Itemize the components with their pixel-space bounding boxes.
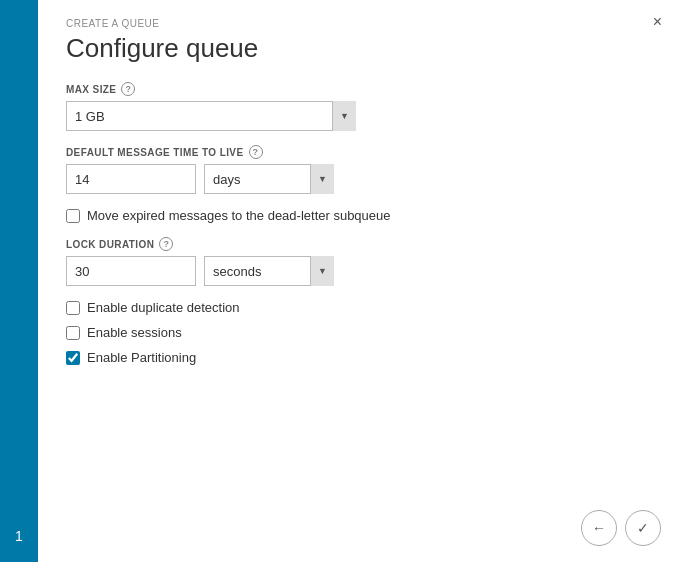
lock-unit-select-wrapper: seconds minutes hours xyxy=(204,256,334,286)
expired-messages-group: Move expired messages to the dead-letter… xyxy=(66,208,651,223)
lock-duration-value-input[interactable] xyxy=(66,256,196,286)
max-size-label: MAX SIZE ? xyxy=(66,82,651,96)
max-size-select[interactable]: 1 GB 2 GB 5 GB 10 GB 20 GB 40 GB 80 GB xyxy=(66,101,356,131)
expired-messages-checkbox[interactable] xyxy=(66,209,80,223)
main-content: × CREATE A QUEUE Configure queue MAX SIZ… xyxy=(38,0,681,562)
ttl-group: DEFAULT MESSAGE TIME TO LIVE ? seconds m… xyxy=(66,145,651,194)
duplicate-detection-label[interactable]: Enable duplicate detection xyxy=(87,300,240,315)
confirm-button[interactable]: ✓ xyxy=(625,510,661,546)
lock-duration-group: LOCK DURATION ? seconds minutes hours xyxy=(66,237,651,286)
back-button[interactable]: ← xyxy=(581,510,617,546)
max-size-group: MAX SIZE ? 1 GB 2 GB 5 GB 10 GB 20 GB 40… xyxy=(66,82,651,131)
partitioning-label[interactable]: Enable Partitioning xyxy=(87,350,196,365)
sidebar-step-number: 1 xyxy=(15,528,23,544)
lock-unit-select[interactable]: seconds minutes hours xyxy=(204,256,334,286)
max-size-select-wrapper: 1 GB 2 GB 5 GB 10 GB 20 GB 40 GB 80 GB xyxy=(66,101,356,131)
expired-messages-label[interactable]: Move expired messages to the dead-letter… xyxy=(87,208,391,223)
ttl-value-input[interactable] xyxy=(66,164,196,194)
max-size-row: 1 GB 2 GB 5 GB 10 GB 20 GB 40 GB 80 GB xyxy=(66,101,651,131)
footer: ← ✓ xyxy=(581,510,661,546)
ttl-help-icon[interactable]: ? xyxy=(249,145,263,159)
lock-duration-help-icon[interactable]: ? xyxy=(159,237,173,251)
sessions-checkbox[interactable] xyxy=(66,326,80,340)
lock-duration-row: seconds minutes hours xyxy=(66,256,651,286)
max-size-help-icon[interactable]: ? xyxy=(121,82,135,96)
ttl-label: DEFAULT MESSAGE TIME TO LIVE ? xyxy=(66,145,651,159)
dialog-subtitle: CREATE A QUEUE xyxy=(66,18,651,29)
sidebar: 1 xyxy=(0,0,38,562)
close-button[interactable]: × xyxy=(648,12,667,32)
duplicate-detection-checkbox[interactable] xyxy=(66,301,80,315)
duplicate-detection-group: Enable duplicate detection xyxy=(66,300,651,315)
ttl-unit-select[interactable]: seconds minutes hours days xyxy=(204,164,334,194)
ttl-unit-select-wrapper: seconds minutes hours days xyxy=(204,164,334,194)
sessions-label[interactable]: Enable sessions xyxy=(87,325,182,340)
partitioning-checkbox[interactable] xyxy=(66,351,80,365)
ttl-row: seconds minutes hours days xyxy=(66,164,651,194)
dialog-title: Configure queue xyxy=(66,33,651,64)
sessions-group: Enable sessions xyxy=(66,325,651,340)
partitioning-group: Enable Partitioning xyxy=(66,350,651,365)
dialog: 1 × CREATE A QUEUE Configure queue MAX S… xyxy=(0,0,681,562)
lock-duration-label: LOCK DURATION ? xyxy=(66,237,651,251)
